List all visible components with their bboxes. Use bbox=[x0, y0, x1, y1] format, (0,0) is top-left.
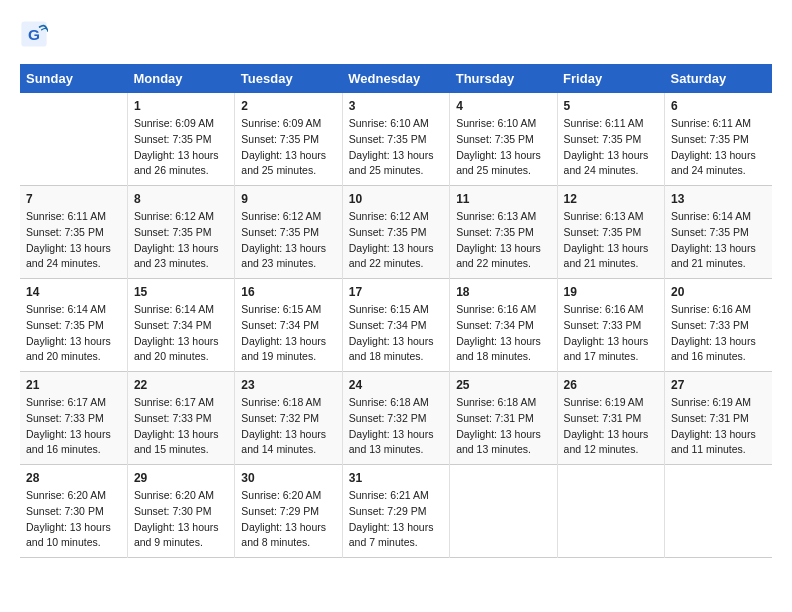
weekday-header: Thursday bbox=[450, 64, 557, 93]
cell-info: Sunrise: 6:17 AMSunset: 7:33 PMDaylight:… bbox=[134, 395, 228, 458]
cell-info: Sunrise: 6:15 AMSunset: 7:34 PMDaylight:… bbox=[241, 302, 335, 365]
cell-info: Sunrise: 6:12 AMSunset: 7:35 PMDaylight:… bbox=[349, 209, 443, 272]
day-number: 22 bbox=[134, 378, 228, 392]
cell-info: Sunrise: 6:20 AMSunset: 7:30 PMDaylight:… bbox=[134, 488, 228, 551]
cell-info: Sunrise: 6:18 AMSunset: 7:32 PMDaylight:… bbox=[241, 395, 335, 458]
calendar-cell: 12Sunrise: 6:13 AMSunset: 7:35 PMDayligh… bbox=[557, 186, 664, 279]
cell-info: Sunrise: 6:20 AMSunset: 7:30 PMDaylight:… bbox=[26, 488, 121, 551]
calendar-cell: 17Sunrise: 6:15 AMSunset: 7:34 PMDayligh… bbox=[342, 279, 449, 372]
cell-info: Sunrise: 6:16 AMSunset: 7:34 PMDaylight:… bbox=[456, 302, 550, 365]
calendar-cell: 20Sunrise: 6:16 AMSunset: 7:33 PMDayligh… bbox=[665, 279, 772, 372]
cell-info: Sunrise: 6:09 AMSunset: 7:35 PMDaylight:… bbox=[134, 116, 228, 179]
weekday-header: Wednesday bbox=[342, 64, 449, 93]
day-number: 17 bbox=[349, 285, 443, 299]
day-number: 25 bbox=[456, 378, 550, 392]
day-number: 20 bbox=[671, 285, 766, 299]
day-number: 10 bbox=[349, 192, 443, 206]
weekday-header: Friday bbox=[557, 64, 664, 93]
cell-info: Sunrise: 6:14 AMSunset: 7:34 PMDaylight:… bbox=[134, 302, 228, 365]
calendar-cell: 6Sunrise: 6:11 AMSunset: 7:35 PMDaylight… bbox=[665, 93, 772, 186]
calendar-cell: 15Sunrise: 6:14 AMSunset: 7:34 PMDayligh… bbox=[127, 279, 234, 372]
day-number: 29 bbox=[134, 471, 228, 485]
calendar-cell: 3Sunrise: 6:10 AMSunset: 7:35 PMDaylight… bbox=[342, 93, 449, 186]
cell-info: Sunrise: 6:11 AMSunset: 7:35 PMDaylight:… bbox=[26, 209, 121, 272]
day-number: 7 bbox=[26, 192, 121, 206]
svg-text:G: G bbox=[28, 26, 40, 43]
day-number: 2 bbox=[241, 99, 335, 113]
calendar-week-row: 28Sunrise: 6:20 AMSunset: 7:30 PMDayligh… bbox=[20, 465, 772, 558]
day-number: 1 bbox=[134, 99, 228, 113]
calendar-cell: 4Sunrise: 6:10 AMSunset: 7:35 PMDaylight… bbox=[450, 93, 557, 186]
day-number: 13 bbox=[671, 192, 766, 206]
day-number: 23 bbox=[241, 378, 335, 392]
calendar-cell: 2Sunrise: 6:09 AMSunset: 7:35 PMDaylight… bbox=[235, 93, 342, 186]
cell-info: Sunrise: 6:17 AMSunset: 7:33 PMDaylight:… bbox=[26, 395, 121, 458]
calendar-cell: 21Sunrise: 6:17 AMSunset: 7:33 PMDayligh… bbox=[20, 372, 127, 465]
calendar-week-row: 7Sunrise: 6:11 AMSunset: 7:35 PMDaylight… bbox=[20, 186, 772, 279]
calendar-cell: 9Sunrise: 6:12 AMSunset: 7:35 PMDaylight… bbox=[235, 186, 342, 279]
calendar-cell: 26Sunrise: 6:19 AMSunset: 7:31 PMDayligh… bbox=[557, 372, 664, 465]
day-number: 31 bbox=[349, 471, 443, 485]
cell-info: Sunrise: 6:21 AMSunset: 7:29 PMDaylight:… bbox=[349, 488, 443, 551]
weekday-header-row: SundayMondayTuesdayWednesdayThursdayFrid… bbox=[20, 64, 772, 93]
cell-info: Sunrise: 6:13 AMSunset: 7:35 PMDaylight:… bbox=[564, 209, 658, 272]
calendar-cell: 5Sunrise: 6:11 AMSunset: 7:35 PMDaylight… bbox=[557, 93, 664, 186]
day-number: 3 bbox=[349, 99, 443, 113]
day-number: 8 bbox=[134, 192, 228, 206]
day-number: 5 bbox=[564, 99, 658, 113]
cell-info: Sunrise: 6:19 AMSunset: 7:31 PMDaylight:… bbox=[564, 395, 658, 458]
calendar-cell: 7Sunrise: 6:11 AMSunset: 7:35 PMDaylight… bbox=[20, 186, 127, 279]
calendar-cell: 14Sunrise: 6:14 AMSunset: 7:35 PMDayligh… bbox=[20, 279, 127, 372]
calendar-cell: 13Sunrise: 6:14 AMSunset: 7:35 PMDayligh… bbox=[665, 186, 772, 279]
calendar-cell: 29Sunrise: 6:20 AMSunset: 7:30 PMDayligh… bbox=[127, 465, 234, 558]
cell-info: Sunrise: 6:14 AMSunset: 7:35 PMDaylight:… bbox=[671, 209, 766, 272]
calendar-cell: 24Sunrise: 6:18 AMSunset: 7:32 PMDayligh… bbox=[342, 372, 449, 465]
cell-info: Sunrise: 6:16 AMSunset: 7:33 PMDaylight:… bbox=[671, 302, 766, 365]
day-number: 24 bbox=[349, 378, 443, 392]
calendar-cell: 22Sunrise: 6:17 AMSunset: 7:33 PMDayligh… bbox=[127, 372, 234, 465]
weekday-header: Saturday bbox=[665, 64, 772, 93]
day-number: 11 bbox=[456, 192, 550, 206]
day-number: 6 bbox=[671, 99, 766, 113]
calendar-cell: 11Sunrise: 6:13 AMSunset: 7:35 PMDayligh… bbox=[450, 186, 557, 279]
calendar-cell: 19Sunrise: 6:16 AMSunset: 7:33 PMDayligh… bbox=[557, 279, 664, 372]
day-number: 26 bbox=[564, 378, 658, 392]
calendar-cell: 27Sunrise: 6:19 AMSunset: 7:31 PMDayligh… bbox=[665, 372, 772, 465]
calendar-table: SundayMondayTuesdayWednesdayThursdayFrid… bbox=[20, 64, 772, 558]
day-number: 4 bbox=[456, 99, 550, 113]
cell-info: Sunrise: 6:18 AMSunset: 7:31 PMDaylight:… bbox=[456, 395, 550, 458]
day-number: 16 bbox=[241, 285, 335, 299]
day-number: 28 bbox=[26, 471, 121, 485]
cell-info: Sunrise: 6:16 AMSunset: 7:33 PMDaylight:… bbox=[564, 302, 658, 365]
day-number: 19 bbox=[564, 285, 658, 299]
cell-info: Sunrise: 6:12 AMSunset: 7:35 PMDaylight:… bbox=[134, 209, 228, 272]
calendar-cell: 8Sunrise: 6:12 AMSunset: 7:35 PMDaylight… bbox=[127, 186, 234, 279]
day-number: 15 bbox=[134, 285, 228, 299]
logo: G bbox=[20, 20, 52, 48]
calendar-cell: 18Sunrise: 6:16 AMSunset: 7:34 PMDayligh… bbox=[450, 279, 557, 372]
cell-info: Sunrise: 6:15 AMSunset: 7:34 PMDaylight:… bbox=[349, 302, 443, 365]
page-header: G bbox=[20, 20, 772, 48]
calendar-cell: 31Sunrise: 6:21 AMSunset: 7:29 PMDayligh… bbox=[342, 465, 449, 558]
cell-info: Sunrise: 6:11 AMSunset: 7:35 PMDaylight:… bbox=[671, 116, 766, 179]
calendar-week-row: 21Sunrise: 6:17 AMSunset: 7:33 PMDayligh… bbox=[20, 372, 772, 465]
day-number: 27 bbox=[671, 378, 766, 392]
logo-icon: G bbox=[20, 20, 48, 48]
cell-info: Sunrise: 6:13 AMSunset: 7:35 PMDaylight:… bbox=[456, 209, 550, 272]
calendar-week-row: 14Sunrise: 6:14 AMSunset: 7:35 PMDayligh… bbox=[20, 279, 772, 372]
day-number: 30 bbox=[241, 471, 335, 485]
cell-info: Sunrise: 6:10 AMSunset: 7:35 PMDaylight:… bbox=[456, 116, 550, 179]
calendar-cell: 23Sunrise: 6:18 AMSunset: 7:32 PMDayligh… bbox=[235, 372, 342, 465]
calendar-cell bbox=[665, 465, 772, 558]
cell-info: Sunrise: 6:12 AMSunset: 7:35 PMDaylight:… bbox=[241, 209, 335, 272]
calendar-cell bbox=[557, 465, 664, 558]
calendar-cell: 1Sunrise: 6:09 AMSunset: 7:35 PMDaylight… bbox=[127, 93, 234, 186]
calendar-cell bbox=[450, 465, 557, 558]
cell-info: Sunrise: 6:19 AMSunset: 7:31 PMDaylight:… bbox=[671, 395, 766, 458]
cell-info: Sunrise: 6:20 AMSunset: 7:29 PMDaylight:… bbox=[241, 488, 335, 551]
weekday-header: Tuesday bbox=[235, 64, 342, 93]
calendar-cell: 25Sunrise: 6:18 AMSunset: 7:31 PMDayligh… bbox=[450, 372, 557, 465]
calendar-cell: 30Sunrise: 6:20 AMSunset: 7:29 PMDayligh… bbox=[235, 465, 342, 558]
cell-info: Sunrise: 6:14 AMSunset: 7:35 PMDaylight:… bbox=[26, 302, 121, 365]
calendar-cell: 28Sunrise: 6:20 AMSunset: 7:30 PMDayligh… bbox=[20, 465, 127, 558]
